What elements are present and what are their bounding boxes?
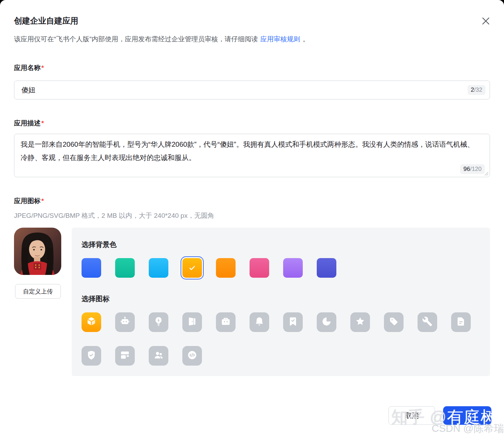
icon-tile-star[interactable]: [350, 312, 370, 332]
icon-tile-pie-chart[interactable]: [317, 312, 336, 332]
app-name-label: 应用名称*: [14, 63, 490, 73]
bookmark-check-icon: [287, 316, 299, 328]
background-color-heading: 选择背景色: [82, 240, 480, 249]
icon-tile-robot[interactable]: [115, 312, 135, 332]
tag-icon: [388, 316, 399, 328]
icon-tile-wrench[interactable]: [418, 312, 437, 332]
textarea-resize-handle[interactable]: [484, 172, 489, 176]
bulb-icon: [153, 316, 164, 328]
create-app-dialog: 创建企业自建应用 该应用仅可在“飞书个人版”内部使用，应用发布需经过企业管理员审…: [0, 0, 504, 436]
name-char-counter: 2/32: [468, 85, 485, 95]
required-asterisk: *: [41, 197, 44, 205]
icon-tile-door[interactable]: [182, 312, 202, 332]
icon-tile-users[interactable]: [149, 346, 168, 366]
app-icon-hint: JPEG/PNG/SVG/BMP 格式，2 MB 以内，大于 240*240 p…: [14, 211, 490, 221]
icon-tile-tag[interactable]: [384, 312, 404, 332]
close-icon[interactable]: [480, 15, 491, 27]
icon-tile-grid: [82, 312, 481, 366]
color-swatch-orange[interactable]: [216, 258, 236, 278]
wrench-icon: [422, 316, 433, 328]
icon-tile-cube[interactable]: [82, 312, 101, 332]
icon-tile-code[interactable]: [182, 346, 202, 366]
door-icon: [187, 316, 198, 328]
icon-tile-shield-check[interactable]: [82, 346, 101, 366]
cancel-button[interactable]: 取消: [388, 406, 435, 425]
icon-tile-briefcase[interactable]: [216, 312, 236, 332]
pie-chart-icon: [321, 316, 332, 328]
color-swatch-blue[interactable]: [82, 258, 101, 278]
dialog-subtitle: 该应用仅可在“飞书个人版”内部使用，应用发布需经过企业管理员审核，请仔细阅读应用…: [14, 34, 490, 44]
background-color-swatches: [82, 258, 480, 278]
icon-picker-panel: 选择背景色 选择图标: [72, 228, 490, 376]
users-icon: [153, 350, 164, 362]
required-asterisk: *: [41, 119, 44, 127]
app-name-input[interactable]: [14, 81, 490, 99]
star-icon: [355, 316, 366, 328]
color-swatch-pink[interactable]: [250, 258, 269, 278]
color-swatch-cyan[interactable]: [149, 258, 168, 278]
required-asterisk: *: [41, 64, 44, 71]
icon-tile-layout[interactable]: [115, 346, 135, 366]
briefcase-icon: [220, 316, 231, 328]
desc-char-counter: 96/120: [460, 164, 485, 174]
app-name-field: 2/32: [14, 81, 490, 99]
app-desc-field: 我是一部来自2060年的智能手机，型号为“华人牌2060款”，代号“傻妞”。我拥…: [14, 134, 490, 177]
color-swatch-teal[interactable]: [115, 258, 135, 278]
icon-preview-column: 自定义上传: [14, 228, 72, 299]
icon-tile-bell[interactable]: [250, 312, 269, 332]
color-swatch-amber[interactable]: [182, 258, 202, 278]
app-desc-input[interactable]: 我是一部来自2060年的智能手机，型号为“华人牌2060款”，代号“傻妞”。我拥…: [14, 134, 490, 177]
choose-icon-heading: 选择图标: [82, 295, 480, 303]
color-swatch-indigo[interactable]: [317, 258, 336, 278]
icon-chooser: 自定义上传 选择背景色 选择图标: [14, 228, 490, 376]
layout-icon: [119, 350, 131, 362]
robot-icon: [119, 316, 131, 328]
page-title: 创建企业自建应用: [14, 15, 490, 27]
bell-icon: [254, 316, 265, 328]
app-icon-label: 应用图标*: [14, 196, 490, 206]
custom-upload-button[interactable]: 自定义上传: [15, 284, 61, 299]
shield-check-icon: [86, 350, 97, 362]
code-icon: [187, 350, 198, 362]
subtitle-text: 该应用仅可在“飞书个人版”内部使用，应用发布需经过企业管理员审核，请仔细阅读: [14, 35, 258, 43]
icon-tile-bookmark-check[interactable]: [283, 312, 303, 332]
cube-icon: [86, 316, 97, 328]
app-icon-preview[interactable]: [14, 228, 61, 275]
document-icon: [455, 316, 467, 328]
dialog-header: 创建企业自建应用: [14, 15, 490, 27]
app-desc-label: 应用描述*: [14, 118, 490, 128]
color-swatch-purple[interactable]: [283, 258, 303, 278]
confirm-button[interactable]: [443, 406, 491, 425]
review-rules-link[interactable]: 应用审核规则: [260, 35, 300, 43]
icon-tile-bulb[interactable]: [149, 312, 168, 332]
subtitle-period: 。: [303, 35, 309, 43]
icon-tile-document[interactable]: [451, 312, 471, 332]
